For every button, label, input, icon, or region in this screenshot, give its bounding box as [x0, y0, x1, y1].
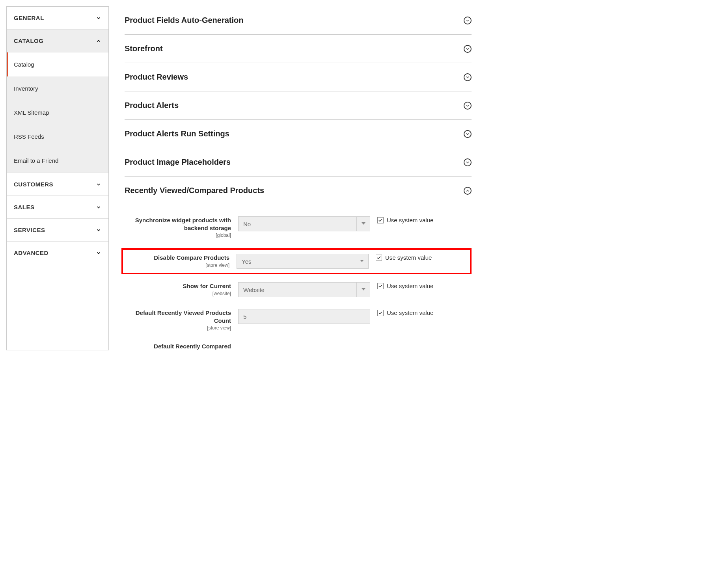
chevron-down-circle-icon: [464, 102, 472, 110]
sidebar-item-label: Catalog: [14, 61, 34, 68]
sidebar-section-sales[interactable]: SALES: [7, 196, 108, 218]
sidebar-section-services[interactable]: SERVICES: [7, 219, 108, 241]
use-system-checkbox[interactable]: [377, 217, 384, 223]
chevron-up-icon: [96, 38, 101, 44]
accordion-product-fields[interactable]: Product Fields Auto-Generation: [125, 6, 472, 35]
chevron-down-circle-icon: [464, 17, 472, 24]
sidebar-item-xml-sitemap[interactable]: XML Sitemap: [7, 100, 108, 125]
select-value: Yes: [237, 258, 355, 265]
accordion-image-placeholders[interactable]: Product Image Placeholders: [125, 148, 472, 177]
field-scope: [global]: [125, 233, 231, 238]
accordion-recently-viewed[interactable]: Recently Viewed/Compared Products: [125, 177, 472, 205]
sidebar-item-label: Email to a Friend: [14, 157, 58, 164]
checkbox-label: Use system value: [387, 282, 433, 290]
sidebar-section-customers[interactable]: CUSTOMERS: [7, 173, 108, 195]
checkbox-label: Use system value: [387, 216, 433, 224]
sidebar-item-inventory[interactable]: Inventory: [7, 76, 108, 100]
sidebar-section-label: GENERAL: [14, 15, 44, 21]
sidebar-section-label: ADVANCED: [14, 249, 48, 256]
sidebar: GENERAL CATALOG Catalog Inventory XML Si…: [6, 6, 109, 350]
accordion-storefront[interactable]: Storefront: [125, 35, 472, 63]
field-label: Show for Current: [125, 282, 231, 290]
show-current-select[interactable]: Website: [238, 282, 370, 297]
sidebar-item-label: XML Sitemap: [14, 109, 49, 116]
chevron-down-icon: [96, 250, 101, 256]
recently-viewed-count-input[interactable]: [238, 309, 370, 324]
sidebar-item-label: RSS Feeds: [14, 133, 44, 140]
sidebar-section-advanced[interactable]: ADVANCED: [7, 242, 108, 264]
sidebar-item-rss-feeds[interactable]: RSS Feeds: [7, 125, 108, 149]
select-value: Website: [239, 287, 356, 293]
chevron-down-icon: [96, 15, 101, 21]
field-recently-viewed-count: Default Recently Viewed Products Count […: [125, 309, 472, 331]
dropdown-arrow-icon: [356, 283, 370, 297]
main-content: Product Fields Auto-Generation Storefron…: [125, 6, 472, 350]
chevron-down-circle-icon: [464, 130, 472, 138]
sidebar-section-label: SALES: [14, 204, 35, 210]
field-scope: [website]: [125, 291, 231, 296]
field-sync-widget: Synchronize widget products with backend…: [125, 216, 472, 238]
field-show-current: Show for Current [website] Website Use s…: [125, 282, 472, 297]
accordion-title: Product Alerts Run Settings: [125, 129, 229, 138]
sidebar-section-catalog[interactable]: CATALOG: [7, 30, 108, 52]
chevron-down-icon: [96, 205, 101, 210]
chevron-down-circle-icon: [464, 73, 472, 81]
sidebar-section-general[interactable]: GENERAL: [7, 7, 108, 29]
sidebar-item-email-friend[interactable]: Email to a Friend: [7, 149, 108, 173]
dropdown-arrow-icon: [355, 254, 368, 268]
field-scope: [store view]: [123, 262, 229, 268]
accordion-title: Recently Viewed/Compared Products: [125, 186, 264, 195]
sidebar-items: Catalog Inventory XML Sitemap RSS Feeds …: [7, 52, 108, 173]
accordion-title: Storefront: [125, 44, 163, 53]
field-label: Disable Compare Products: [123, 254, 229, 262]
select-value: No: [239, 221, 356, 227]
checkbox-label: Use system value: [385, 254, 432, 262]
accordion-product-alerts[interactable]: Product Alerts: [125, 91, 472, 120]
sidebar-section-label: CUSTOMERS: [14, 181, 53, 188]
sidebar-item-catalog[interactable]: Catalog: [7, 52, 108, 76]
use-system-checkbox[interactable]: [376, 255, 382, 261]
use-system-checkbox[interactable]: [377, 283, 384, 289]
field-label: Synchronize widget products with backend…: [125, 216, 231, 232]
chevron-down-circle-icon: [464, 158, 472, 166]
chevron-down-icon: [96, 182, 101, 187]
sidebar-section-label: CATALOG: [14, 37, 43, 44]
dropdown-arrow-icon: [356, 217, 370, 231]
accordion-title: Product Fields Auto-Generation: [125, 16, 244, 25]
sidebar-item-label: Inventory: [14, 85, 38, 92]
accordion-title: Product Image Placeholders: [125, 158, 231, 167]
accordion-product-alerts-run[interactable]: Product Alerts Run Settings: [125, 120, 472, 148]
field-label: Default Recently Compared: [125, 342, 231, 350]
field-label: Default Recently Viewed Products Count: [125, 309, 231, 324]
field-disable-compare: Disable Compare Products [store view] Ye…: [121, 248, 472, 274]
chevron-up-circle-icon: [464, 187, 472, 195]
accordion-title: Product Reviews: [125, 73, 188, 82]
disable-compare-select[interactable]: Yes: [237, 254, 369, 269]
use-system-checkbox[interactable]: [377, 310, 384, 316]
chevron-down-circle-icon: [464, 45, 472, 53]
checkbox-label: Use system value: [387, 309, 433, 317]
accordion-content: Synchronize widget products with backend…: [125, 205, 472, 350]
sidebar-section-label: SERVICES: [14, 227, 45, 233]
accordion-product-reviews[interactable]: Product Reviews: [125, 63, 472, 91]
chevron-down-icon: [96, 227, 101, 233]
field-recently-compared: Default Recently Compared: [125, 342, 472, 350]
accordion-title: Product Alerts: [125, 101, 179, 110]
field-scope: [store view]: [125, 325, 231, 331]
sync-select[interactable]: No: [238, 216, 370, 231]
